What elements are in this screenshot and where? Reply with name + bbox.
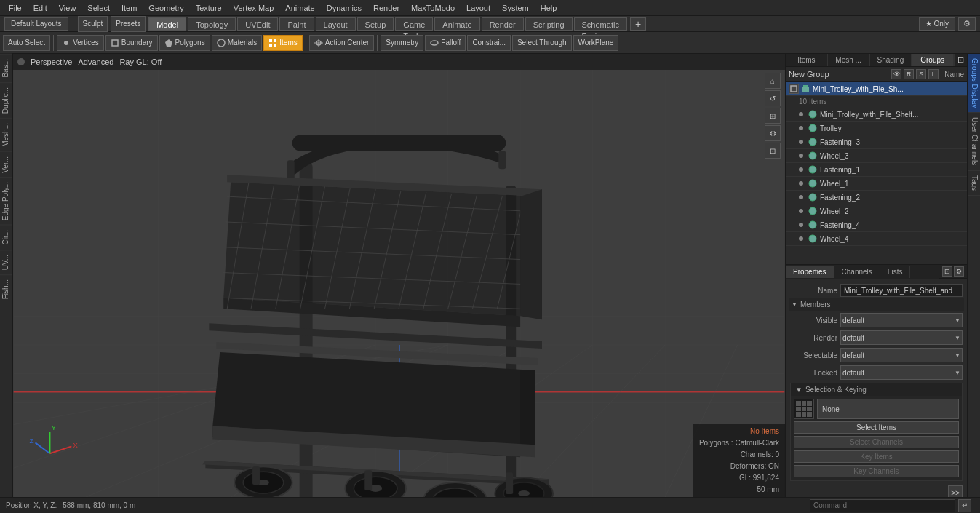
viewport-toggle-dot[interactable] <box>17 58 25 65</box>
command-input[interactable] <box>810 499 955 512</box>
left-tab-ver[interactable]: Ver... <box>0 151 12 178</box>
tab-setup[interactable]: Setup <box>357 17 394 31</box>
panel-expand-button[interactable]: ⊡ <box>954 54 967 66</box>
right-vtab-tags[interactable]: Tags <box>968 171 980 196</box>
props-render-select[interactable]: default <box>840 330 963 345</box>
group-vis-1[interactable] <box>796 123 806 133</box>
presets-button[interactable]: Presets <box>111 16 146 32</box>
props-tab-lists[interactable]: Lists <box>880 266 911 278</box>
left-tab-duplic[interactable]: Duplic... <box>0 82 12 118</box>
tab-game-tools[interactable]: Game Tools <box>395 17 433 31</box>
group-item-8[interactable]: Fastening_4 <box>786 218 967 232</box>
group-vis-9[interactable] <box>796 234 806 244</box>
polygons-button[interactable]: Polygons <box>159 35 210 51</box>
menu-dynamics[interactable]: Dynamics <box>321 0 367 16</box>
menu-vertex-map[interactable]: Vertex Map <box>228 0 280 16</box>
tab-animate[interactable]: Animate <box>434 17 479 31</box>
group-item-2[interactable]: Fastening_3 <box>786 135 967 149</box>
props-section-members[interactable]: Members <box>789 298 964 311</box>
group-vis-root[interactable] <box>789 84 799 94</box>
props-name-input[interactable] <box>840 284 963 297</box>
tab-model[interactable]: Model <box>148 17 186 31</box>
menu-view[interactable]: View <box>53 0 82 16</box>
group-item-4[interactable]: Fastening_1 <box>786 163 967 177</box>
sel-key-collapse-icon[interactable]: ▼ <box>795 386 802 394</box>
viewport-perspective[interactable]: Perspective <box>31 57 72 66</box>
add-tab-button[interactable]: + <box>630 17 646 31</box>
groups-tool-3[interactable]: S <box>916 69 926 79</box>
tab-paint[interactable]: Paint <box>279 17 314 31</box>
command-execute-button[interactable]: ↵ <box>958 499 971 512</box>
tab-layout[interactable]: Layout <box>316 17 356 31</box>
panel-tab-shading[interactable]: Shading <box>870 54 912 66</box>
menu-help[interactable]: Help <box>535 0 563 16</box>
vertices-button[interactable]: Vertices <box>57 35 104 51</box>
left-tab-edge-poly[interactable]: Edge Poly... <box>0 177 12 225</box>
panel-tab-items[interactable]: Items <box>786 54 828 66</box>
group-vis-0[interactable] <box>796 109 806 119</box>
menu-layout[interactable]: Layout <box>461 0 496 16</box>
props-selectable-select[interactable]: default <box>840 348 963 362</box>
viewport-control-refresh[interactable]: ↺ <box>765 90 781 106</box>
menu-select[interactable]: Select <box>81 0 116 16</box>
group-item-1[interactable]: Trolley <box>786 122 967 135</box>
props-settings-icon[interactable]: ⚙ <box>954 266 964 277</box>
left-tab-cir[interactable]: Cir... <box>0 225 12 250</box>
viewport-control-home[interactable]: ⌂ <box>765 73 781 89</box>
properties-arrow-button[interactable]: >> <box>948 485 963 497</box>
tab-topology[interactable]: Topology <box>188 17 236 31</box>
group-vis-7[interactable] <box>796 206 806 216</box>
group-item-root[interactable]: Mini_Trolley_with_File_Sh... <box>786 82 967 96</box>
group-item-9[interactable]: Wheel_4 <box>786 232 967 246</box>
constraint-button[interactable]: Constrai... <box>467 35 511 51</box>
group-vis-5[interactable] <box>796 178 806 188</box>
tab-uvedit[interactable]: UVEdit <box>237 17 278 31</box>
viewport-control-zoom-fit[interactable]: ⊞ <box>765 108 781 124</box>
menu-render[interactable]: Render <box>367 0 405 16</box>
tab-render[interactable]: Render <box>482 17 524 31</box>
group-item-7[interactable]: Wheel_2 <box>786 204 967 218</box>
group-vis-2[interactable] <box>796 137 806 147</box>
right-vtab-user-channels[interactable]: User Channels <box>968 113 980 170</box>
left-tab-mesh[interactable]: Mesh... <box>0 118 12 151</box>
menu-item[interactable]: Item <box>116 0 143 16</box>
tab-scripting[interactable]: Scripting <box>525 17 573 31</box>
items-button[interactable]: Items <box>263 35 302 51</box>
menu-file[interactable]: File <box>3 0 28 16</box>
props-visible-select[interactable]: default <box>840 313 963 327</box>
groups-tool-2[interactable]: R <box>904 69 914 79</box>
auto-select-button[interactable]: Auto Select <box>3 35 50 51</box>
groups-tool-4[interactable]: L <box>928 69 939 79</box>
group-item-5[interactable]: Wheel_1 <box>786 177 967 191</box>
menu-texture[interactable]: Texture <box>190 0 228 16</box>
props-expand-icon[interactable]: ⊡ <box>942 266 952 277</box>
panel-tab-mesh[interactable]: Mesh ... <box>828 54 870 66</box>
select-channels-button[interactable]: Select Channels <box>794 436 959 448</box>
viewport-advanced[interactable]: Advanced <box>78 57 113 66</box>
key-channels-button[interactable]: Key Channels <box>794 465 959 477</box>
props-locked-select[interactable]: default <box>840 365 963 380</box>
menu-maxtomodo[interactable]: MaxToModo <box>405 0 461 16</box>
settings-button[interactable]: ⚙ <box>958 17 976 31</box>
menu-edit[interactable]: Edit <box>28 0 53 16</box>
action-center-button[interactable]: Action Center <box>309 35 375 51</box>
menu-system[interactable]: System <box>496 0 535 16</box>
viewport-control-settings[interactable]: ⚙ <box>765 125 781 141</box>
panel-tab-groups[interactable]: Groups <box>912 54 954 66</box>
viewport-raygl[interactable]: Ray GL: Off <box>119 57 162 66</box>
group-item-6[interactable]: Fastening_2 <box>786 191 967 204</box>
sculpt-button[interactable]: Sculpt <box>78 16 108 32</box>
group-vis-4[interactable] <box>796 164 806 175</box>
group-item-3[interactable]: Wheel_3 <box>786 149 967 163</box>
boundary-button[interactable]: Boundary <box>105 35 158 51</box>
group-item-0[interactable]: Mini_Trolley_with_File_Shelf... <box>786 108 967 122</box>
props-tab-properties[interactable]: Properties <box>786 266 834 278</box>
groups-tool-1[interactable]: 👁 <box>891 69 901 79</box>
left-tab-bas[interactable]: Bas... <box>0 54 12 82</box>
select-through-button[interactable]: Select Through <box>512 35 572 51</box>
menu-geometry[interactable]: Geometry <box>143 0 189 16</box>
props-tab-channels[interactable]: Channels <box>834 266 880 278</box>
tab-schematic-fusion[interactable]: Schematic Fusion <box>574 17 627 31</box>
default-layouts-button[interactable]: Default Layouts <box>4 17 68 31</box>
workplane-button[interactable]: WorkPlane <box>573 35 619 51</box>
